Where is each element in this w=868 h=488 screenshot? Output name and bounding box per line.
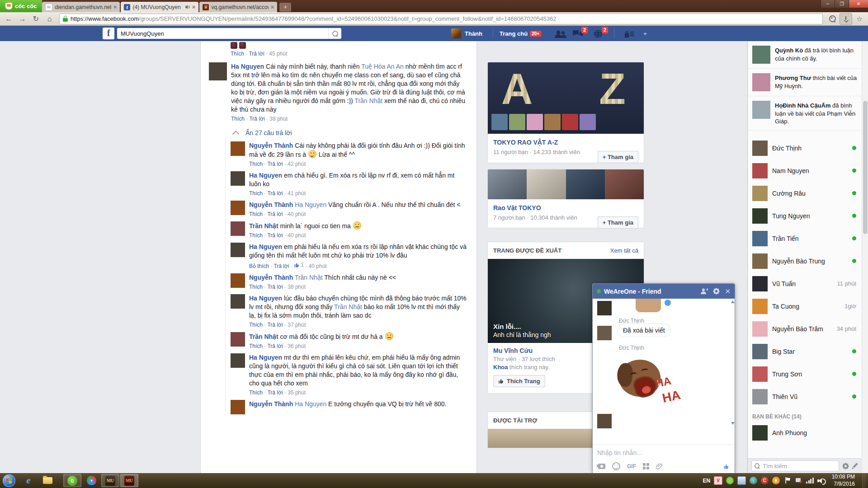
language-indicator[interactable]: EN — [703, 478, 710, 484]
friend-row[interactable]: Thiên Vũ — [748, 385, 862, 408]
reply-button[interactable]: Trả lời — [267, 389, 283, 396]
speaker-volume-icon[interactable] — [817, 478, 825, 484]
avatar[interactable] — [231, 273, 245, 288]
download-icon[interactable] — [840, 13, 852, 25]
join-group-button[interactable]: Tham gia — [598, 151, 638, 163]
like-button[interactable]: Thích — [249, 211, 263, 217]
privacy-shortcuts-icon[interactable] — [622, 29, 636, 39]
hide-replies-link[interactable]: Ẩn 27 câu trả lời — [233, 129, 476, 136]
bookmark-star-icon[interactable]: ☆ — [854, 14, 865, 24]
minimize-button[interactable]: ─ — [821, 0, 835, 8]
camera-icon[interactable] — [598, 464, 605, 469]
like-count-badge[interactable]: 1 — [294, 262, 304, 268]
https-lock-icon[interactable] — [63, 16, 68, 22]
gear-icon[interactable] — [713, 288, 719, 294]
join-group-button[interactable]: Tham gia — [598, 216, 638, 229]
friend-requests-icon[interactable] — [554, 29, 567, 39]
facebook-search-box[interactable]: MUVuongQuyen — [117, 28, 341, 39]
comment-author-link[interactable]: Nguyễn Thành — [249, 142, 293, 149]
chat-search-input[interactable] — [762, 462, 836, 470]
tab-audio-icon[interactable] — [185, 5, 190, 9]
hide-replies-label[interactable]: Ẩn 27 câu trả lời — [245, 129, 292, 136]
comment-author-link[interactable]: Nguyễn Thành — [249, 274, 293, 281]
new-message-pencil-icon[interactable] — [852, 463, 858, 469]
ticker-friend-name[interactable]: Phương Thư — [775, 75, 811, 81]
avatar[interactable] — [231, 171, 245, 186]
comment-author-link[interactable]: Trần Nhật — [249, 222, 278, 230]
friend-row[interactable]: Tung Nguyen — [748, 205, 862, 227]
mention-link[interactable]: Trần Nhật — [334, 303, 362, 310]
avatar[interactable] — [231, 243, 245, 257]
gif-button[interactable]: GIF — [627, 463, 636, 469]
coccoc-menu-button[interactable]: cốc cốc — [0, 0, 42, 12]
chat-message-input[interactable] — [593, 445, 735, 460]
comment-author-link[interactable]: Ha Nguyen — [249, 243, 282, 250]
start-button[interactable] — [3, 474, 15, 487]
comment-author-link[interactable]: Nguyễn Thành — [249, 400, 293, 408]
like-button[interactable]: Thích — [249, 161, 263, 167]
reply-button[interactable]: Trả lời — [267, 232, 283, 239]
sticker-grid-icon[interactable] — [643, 463, 649, 469]
group-name-link[interactable]: TOKYO RAO VẬT A-Z — [493, 139, 638, 146]
tab-close-icon[interactable]: × — [271, 4, 274, 10]
maximize-button[interactable]: ❐ — [835, 0, 849, 8]
home-link[interactable]: Trang chủ 20+ — [500, 26, 541, 41]
mention-link[interactable]: Tuệ Hòa An An — [361, 63, 404, 70]
back-button[interactable]: ← — [3, 14, 15, 24]
ticker-item[interactable]: HọĐình Nhà CậuẤm đã bình luận về bài viế… — [748, 96, 862, 131]
see-all-link[interactable]: Xem tất cả — [610, 247, 638, 254]
friend-row[interactable]: Nam Nguyen — [748, 160, 862, 182]
close-button[interactable]: ✕ — [849, 0, 868, 8]
comment-author-link[interactable]: Ha Nguyen — [249, 354, 282, 361]
comment-author-link[interactable]: Ha Nguyen — [249, 295, 282, 302]
emoji-smiley-icon[interactable] — [612, 462, 620, 470]
friend-row[interactable]: Nguyễn Bảo Trung — [748, 250, 862, 272]
tab-diendan[interactable]: diendan.gamethuvn.net/th… × — [42, 2, 120, 12]
mention-link[interactable]: Trần Nhật — [295, 274, 323, 281]
avatar[interactable] — [209, 62, 227, 80]
reply-button[interactable]: Trả lời — [267, 322, 283, 328]
idm-tray-icon[interactable]: ↓ — [750, 477, 757, 484]
reply-button[interactable]: Trả lời — [274, 263, 289, 269]
avatar[interactable] — [231, 400, 245, 414]
like-button[interactable]: Thích — [231, 51, 244, 57]
friend-row[interactable]: Trung Sơn — [748, 363, 862, 385]
zoom-icon[interactable] — [826, 14, 838, 24]
add-person-icon[interactable] — [701, 288, 708, 294]
like-button[interactable]: Bỏ thích — [249, 263, 269, 269]
comment-author-link[interactable]: Trần Nhật — [249, 333, 278, 340]
taskbar-clock[interactable]: 10:08 PM 7/9/2016 — [828, 474, 859, 488]
nvidia-tray-icon[interactable] — [726, 477, 734, 484]
mention-link[interactable]: Ha Nguyen — [295, 201, 326, 208]
like-button[interactable]: Thích — [249, 322, 263, 328]
laughing-dog-sticker[interactable]: HA HA — [616, 354, 684, 415]
reply-button[interactable]: Trả lời — [267, 161, 283, 167]
scrollbar-thumb[interactable] — [863, 101, 868, 234]
profile-link[interactable]: Thành — [451, 26, 482, 41]
mention-link[interactable]: Ha Nguyen — [295, 400, 326, 408]
unikey-tray-icon[interactable]: V — [714, 476, 722, 485]
ticker-item[interactable]: Quỳnh Kò đã trả lời bình luận của chính … — [748, 41, 862, 69]
friend-name-link[interactable]: Khoa — [493, 364, 508, 371]
comment-author-link[interactable]: Ha Nguyen — [249, 172, 282, 179]
reply-button[interactable]: Trả lời — [267, 211, 283, 217]
group-cover-photos[interactable] — [488, 169, 644, 199]
taskbar-file-explorer[interactable] — [38, 474, 57, 487]
new-tab-button[interactable]: + — [279, 3, 291, 12]
friend-row[interactable]: Trần Tiến — [748, 227, 862, 250]
ticker-item[interactable]: Phương Thư thích bài viết của Mỹ Huỳnh. — [748, 69, 862, 96]
avatar[interactable] — [231, 221, 245, 236]
mention-link[interactable]: Trần Nhật — [354, 97, 382, 104]
messages-icon[interactable]: 2 — [571, 29, 585, 39]
comment-author-link[interactable]: Ha Nguyen — [231, 63, 264, 70]
paperclip-icon[interactable] — [656, 463, 663, 470]
tab-close-icon[interactable]: × — [113, 4, 117, 10]
taskbar-internet-explorer[interactable]: e — [19, 474, 38, 487]
friend-row[interactable]: Đức Thịnh — [748, 137, 862, 160]
like-button[interactable]: Thích — [249, 343, 263, 349]
avatar[interactable] — [231, 332, 245, 347]
signal-strength-icon[interactable] — [806, 478, 814, 483]
group-name-link[interactable]: Rao Vật TOKYO — [493, 204, 638, 211]
page-scrollbar[interactable] — [862, 41, 868, 473]
home-button[interactable]: ⌂ — [43, 14, 56, 24]
